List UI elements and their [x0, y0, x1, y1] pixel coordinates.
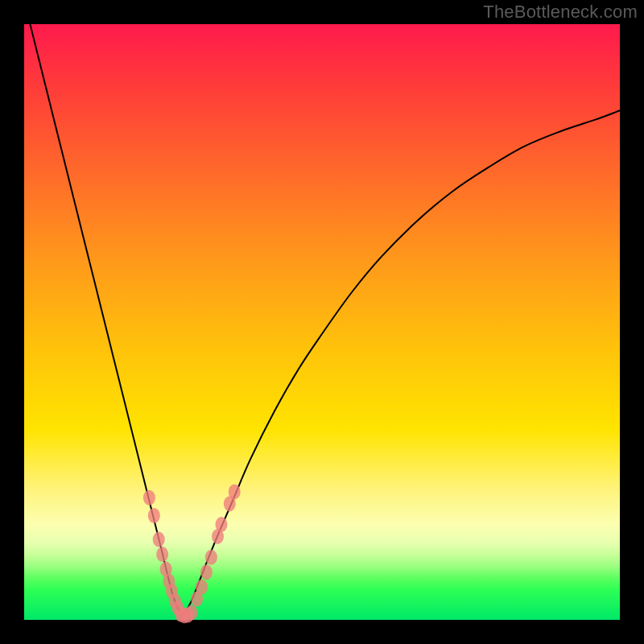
- watermark-text: TheBottleneck.com: [483, 2, 638, 23]
- curve-left-branch: [30, 24, 182, 617]
- data-marker: [229, 484, 241, 499]
- data-marker: [200, 564, 213, 580]
- data-marker: [196, 580, 208, 595]
- marker-group: [143, 484, 241, 623]
- data-marker: [156, 547, 168, 562]
- chart-frame: TheBottleneck.com: [0, 0, 644, 644]
- plot-area: [24, 24, 620, 620]
- chart-svg: [24, 24, 620, 620]
- curve-right-branch: [182, 110, 620, 617]
- data-marker: [153, 532, 165, 547]
- data-marker: [185, 605, 197, 621]
- data-marker: [148, 508, 160, 523]
- data-marker: [143, 490, 155, 506]
- data-marker: [215, 517, 227, 532]
- data-marker: [205, 550, 217, 565]
